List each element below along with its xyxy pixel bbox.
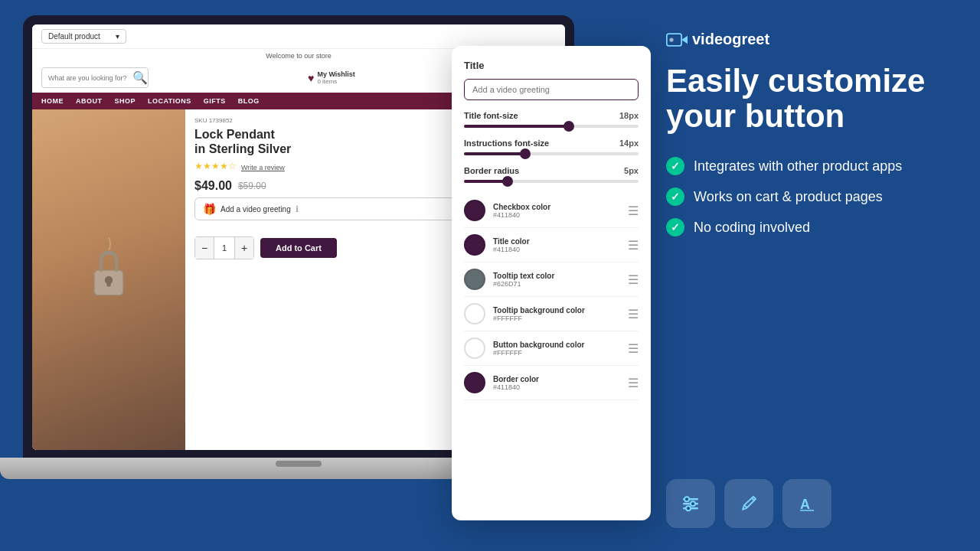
svg-text:A: A	[800, 497, 810, 512]
bottom-icons: A	[666, 479, 949, 528]
title-fontsize-value: 18px	[619, 111, 639, 120]
checkbox-color-hex: #411840	[493, 211, 550, 219]
search-icon: 🔍	[132, 70, 148, 85]
features-list: ✓ Integrates with other product apps ✓ W…	[666, 157, 949, 236]
heart-icon: ♥	[308, 72, 314, 84]
color-rows: Checkbox color #411840 ☰ Title color #41…	[464, 194, 639, 400]
title-color-row: Title color #411840 ☰	[464, 228, 639, 262]
search-input[interactable]	[48, 74, 132, 82]
tooltip-bg-color-hex: #FFFFFF	[493, 315, 585, 322]
quantity-increase-button[interactable]: +	[235, 237, 253, 259]
right-section: videogreet Easily customize your button …	[643, 0, 980, 551]
greeting-label: Add a video greeting	[220, 205, 291, 214]
check-icon-1: ✓	[666, 157, 684, 175]
main-headline: Easily customize your button	[666, 64, 949, 134]
svg-point-10	[691, 501, 695, 506]
reorder-icon[interactable]: ☰	[628, 204, 639, 218]
border-radius-slider[interactable]	[464, 180, 639, 183]
title-color-swatch[interactable]	[464, 234, 485, 256]
dropdown-label: Default product	[48, 32, 100, 41]
title-color-hex: #411840	[493, 246, 530, 253]
nav-home[interactable]: HOME	[41, 97, 64, 105]
tooltip-text-color-name: Tooltip text color	[493, 272, 554, 280]
feature-text-1: Integrates with other product apps	[694, 158, 902, 174]
reorder-icon-5[interactable]: ☰	[628, 341, 639, 356]
svg-rect-2	[106, 280, 110, 287]
quantity-display: 1	[214, 237, 235, 259]
brand-logo: videogreet	[666, 31, 949, 48]
dropdown-arrow-icon: ▾	[116, 32, 119, 41]
instructions-fontsize-value: 14px	[619, 139, 639, 148]
checkbox-color-name: Checkbox color	[493, 203, 550, 211]
check-icon-3: ✓	[666, 218, 684, 236]
panel-title: Title	[464, 60, 639, 71]
wishlist-link[interactable]: ♥ My Wishlist 0 items	[308, 70, 355, 85]
sliders-icon-box[interactable]	[666, 479, 715, 528]
tooltip-text-color-row: Tooltip text color #626D71 ☰	[464, 262, 639, 297]
feature-item-2: ✓ Works on cart & product pages	[666, 187, 949, 206]
feature-item-1: ✓ Integrates with other product apps	[666, 157, 949, 175]
title-color-name: Title color	[493, 237, 530, 246]
tooltip-bg-color-name: Tooltip background color	[493, 306, 585, 315]
button-bg-color-row: Button background color #FFFFFF ☰	[464, 331, 639, 366]
nav-blog[interactable]: BLOG	[238, 97, 260, 105]
reorder-icon-2[interactable]: ☰	[628, 238, 639, 253]
reorder-icon-3[interactable]: ☰	[628, 272, 639, 287]
write-review-link[interactable]: Write a review	[241, 164, 285, 171]
button-bg-color-name: Button background color	[493, 341, 584, 349]
wishlist-label: My Wishlist	[317, 70, 354, 78]
instructions-fontsize-slider[interactable]	[464, 152, 639, 155]
tooltip-text-swatch[interactable]	[464, 269, 485, 290]
feature-text-3: No coding involved	[694, 220, 810, 236]
current-price: $49.00	[194, 179, 232, 193]
svg-marker-4	[681, 35, 688, 44]
border-radius-label: Border radius 5px	[464, 166, 639, 175]
wishlist-count: 0 items	[317, 78, 354, 85]
border-color-name: Border color	[493, 375, 539, 383]
border-color-swatch[interactable]	[464, 372, 485, 393]
laptop-wrapper: Default product ▾ Welcome to our store 🔍	[0, 15, 643, 536]
original-price: $59.00	[238, 181, 266, 191]
svg-point-5	[669, 37, 673, 41]
nav-locations[interactable]: LOCATIONS	[148, 97, 191, 105]
left-section: Default product ▾ Welcome to our store 🔍	[0, 0, 643, 551]
tooltip-bg-color-row: Tooltip background color #FFFFFF ☰	[464, 297, 639, 331]
button-bg-swatch[interactable]	[464, 337, 485, 359]
reorder-icon-4[interactable]: ☰	[628, 307, 639, 321]
title-fontsize-label: Title font-size 18px	[464, 111, 639, 120]
nav-gifts[interactable]: GIFTS	[204, 97, 226, 105]
gift-icon: 🎁	[203, 203, 216, 215]
text-icon-box[interactable]: A	[782, 479, 831, 528]
search-wrapper[interactable]: 🔍	[41, 67, 149, 88]
button-bg-color-hex: #FFFFFF	[493, 349, 584, 357]
svg-point-9	[684, 497, 689, 501]
logo-icon	[666, 31, 688, 48]
quantity-control: − 1 +	[194, 236, 254, 259]
config-panel: Title Title font-size 18px Instructions …	[452, 46, 651, 520]
product-image-area	[32, 109, 185, 450]
product-image	[32, 109, 185, 450]
nav-about[interactable]: AbouT	[76, 97, 103, 105]
border-color-row: Border color #411840 ☰	[464, 366, 639, 400]
product-dropdown[interactable]: Default product ▾	[41, 29, 126, 44]
logo-text: videogreet	[692, 31, 769, 48]
border-color-hex: #411840	[493, 383, 539, 391]
star-rating: ★★★★☆	[194, 161, 237, 171]
tooltip-bg-swatch[interactable]	[464, 303, 485, 324]
checkbox-color-swatch[interactable]	[464, 200, 485, 221]
border-radius-value: 5px	[624, 166, 639, 175]
reorder-icon-6[interactable]: ☰	[628, 376, 639, 390]
svg-rect-3	[667, 34, 681, 46]
tooltip-text-color-hex: #626D71	[493, 280, 554, 288]
title-fontsize-slider[interactable]	[464, 125, 639, 128]
nav-shop[interactable]: SHOP	[115, 97, 136, 105]
add-to-cart-button[interactable]: Add to Cart	[260, 238, 337, 258]
feature-text-2: Works on cart & product pages	[694, 189, 883, 205]
pencil-icon-box[interactable]	[724, 479, 773, 528]
info-icon: ℹ	[296, 204, 299, 214]
quantity-decrease-button[interactable]: −	[195, 237, 214, 259]
check-icon-2: ✓	[666, 187, 684, 206]
greeting-left: 🎁 Add a video greeting ℹ	[203, 203, 299, 215]
panel-title-input[interactable]	[464, 79, 639, 100]
checkbox-color-row: Checkbox color #411840 ☰	[464, 194, 639, 228]
